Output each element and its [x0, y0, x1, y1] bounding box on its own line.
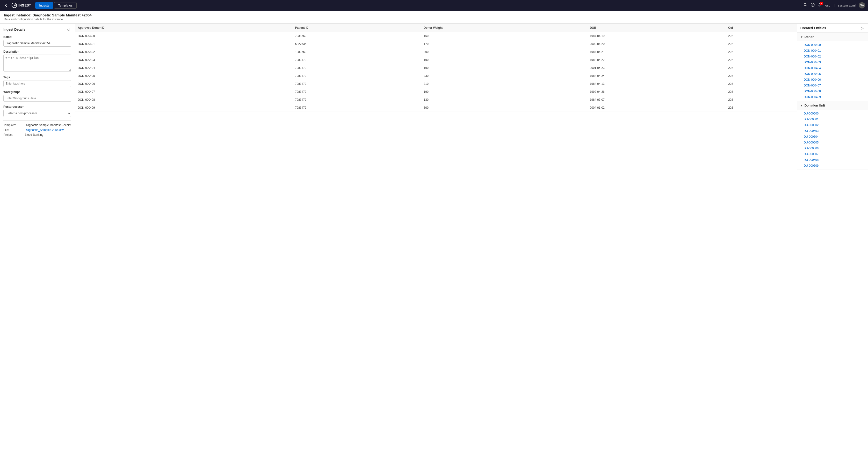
list-item[interactable]: DU-000505	[797, 140, 868, 145]
cell-donor-weight: 210	[421, 80, 587, 88]
tags-input[interactable]	[3, 80, 71, 87]
page-title: Ingest Instance: Diagnostic Sample Manif…	[4, 13, 864, 17]
name-input[interactable]	[3, 40, 71, 46]
list-item[interactable]: DON-000408	[797, 89, 868, 94]
tags-field-group: Tags	[3, 75, 71, 87]
list-item[interactable]: DU-000501	[797, 117, 868, 122]
created-entities-title: Created Entities	[800, 26, 826, 30]
postprocessor-select[interactable]: Select a post-processor	[3, 110, 71, 117]
list-item[interactable]: DU-000504	[797, 134, 868, 140]
list-item[interactable]: DU-000508	[797, 157, 868, 163]
cell-donor-id: DON-000403	[75, 56, 292, 64]
page-subtitle: Data and configuration details for the i…	[4, 18, 864, 21]
back-button[interactable]	[3, 2, 9, 8]
meta-divider	[3, 120, 71, 121]
cell-dob: 2000-06-20	[587, 40, 725, 48]
tab-ingests[interactable]: Ingests	[35, 2, 53, 9]
cell-donor-weight: 200	[421, 48, 587, 56]
cell-dob: 1984-07-07	[587, 96, 725, 104]
cell-col: 202	[725, 32, 797, 40]
entity-list-donation-unit: DU-000500DU-000501DU-000502DU-000503DU-0…	[797, 110, 868, 169]
cell-donor-weight: 170	[421, 40, 587, 48]
list-item[interactable]: DON-000400	[797, 42, 868, 48]
list-item[interactable]: DU-000502	[797, 122, 868, 128]
table-row: DON-000400 7938762 150 1984-04-19 202	[75, 32, 797, 40]
col-patient-id: Patient ID	[292, 24, 421, 32]
template-key: Template:	[3, 124, 23, 127]
cell-dob: 1992-04-26	[587, 88, 725, 96]
list-item[interactable]: DON-000402	[797, 54, 868, 59]
nav-logo: INGEST	[11, 3, 31, 8]
list-item[interactable]: DU-000503	[797, 128, 868, 134]
entity-section-header-donor[interactable]: ▼Donor	[797, 33, 868, 41]
project-key: Project:	[3, 133, 23, 136]
list-item[interactable]: DU-000507	[797, 151, 868, 157]
cell-donor-weight: 190	[421, 88, 587, 96]
cell-donor-weight: 130	[421, 96, 587, 104]
list-item[interactable]: DU-000509	[797, 163, 868, 169]
ingest-logo-icon	[11, 3, 17, 8]
cell-patient-id: 7983472	[292, 104, 421, 112]
nav-right: ? 1 esp | system admin SA	[804, 2, 865, 8]
template-value: Diagnostic Sample Manifest Receipt	[25, 124, 71, 127]
cell-col: 202	[725, 80, 797, 88]
svg-line-2	[806, 5, 807, 6]
notifications-icon[interactable]: 1	[818, 3, 822, 8]
workgroups-input[interactable]	[3, 95, 71, 102]
notification-badge: 1	[820, 2, 823, 5]
search-icon[interactable]	[804, 3, 807, 8]
language-selector[interactable]: esp	[825, 4, 830, 7]
expand-button[interactable]: ▷|	[861, 26, 865, 30]
list-item[interactable]: DU-000500	[797, 110, 868, 117]
user-menu[interactable]: system admin SA	[838, 2, 865, 8]
cell-col: 202	[725, 64, 797, 72]
list-item[interactable]: DON-000409	[797, 94, 868, 100]
list-item[interactable]: DON-000405	[797, 71, 868, 77]
tab-templates[interactable]: Templates	[54, 2, 76, 9]
name-field-group: Name:	[3, 35, 71, 46]
entity-section-header-donation-unit[interactable]: ▼Donation Unit	[797, 101, 868, 110]
help-icon[interactable]: ?	[811, 3, 815, 8]
cell-donor-id: DON-000407	[75, 88, 292, 96]
panel-header: Ingest Details ◁|	[3, 27, 71, 32]
table-header-row: Approved Donor ID Patient ID Donor Weigh…	[75, 24, 797, 32]
entity-section-donor: ▼DonorDON-000400DON-000401DON-000402DON-…	[797, 33, 868, 101]
main-layout: Ingest Details ◁| Name: Description Tags…	[0, 24, 868, 457]
data-table: Approved Donor ID Patient ID Donor Weigh…	[75, 24, 797, 112]
list-item[interactable]: DON-000406	[797, 77, 868, 83]
collapse-button[interactable]: ◁|	[66, 27, 71, 32]
entity-sections: ▼DonorDON-000400DON-000401DON-000402DON-…	[797, 33, 868, 170]
cell-dob: 1988-04-22	[587, 56, 725, 64]
table-row: DON-000403 7983472 190 1988-04-22 202	[75, 56, 797, 64]
list-item[interactable]: DON-000401	[797, 48, 868, 54]
col-col: Col	[725, 24, 797, 32]
left-panel: Ingest Details ◁| Name: Description Tags…	[0, 24, 75, 457]
table-row: DON-000402 1283752 200 1984-04-21 202	[75, 48, 797, 56]
cell-col: 202	[725, 40, 797, 48]
list-item[interactable]: DON-000403	[797, 59, 868, 65]
list-item[interactable]: DON-000404	[797, 65, 868, 71]
col-donor-weight: Donor Weight	[421, 24, 587, 32]
cell-col: 202	[725, 48, 797, 56]
cell-donor-weight: 230	[421, 72, 587, 80]
col-dob: DOB	[587, 24, 725, 32]
cell-donor-id: DON-000405	[75, 72, 292, 80]
entity-section-donation-unit: ▼Donation UnitDU-000500DU-000501DU-00050…	[797, 101, 868, 170]
file-link[interactable]: Diagnostic_Samples-2054.csv	[25, 128, 71, 132]
panel-title: Ingest Details	[3, 28, 25, 31]
description-textarea[interactable]	[3, 55, 71, 71]
meta-grid: Template: Diagnostic Sample Manifest Rec…	[3, 124, 71, 136]
cell-donor-id: DON-000406	[75, 80, 292, 88]
list-item[interactable]: DON-000407	[797, 83, 868, 89]
user-label: system admin	[838, 4, 857, 7]
cell-donor-id: DON-000409	[75, 104, 292, 112]
description-label: Description	[3, 50, 71, 54]
list-item[interactable]: DU-000506	[797, 145, 868, 151]
cell-patient-id: 7983472	[292, 64, 421, 72]
right-panel-header: Created Entities ▷|	[797, 24, 868, 33]
postprocessor-label: Postprocessor	[3, 105, 71, 108]
page-header: Ingest Instance: Diagnostic Sample Manif…	[0, 11, 868, 24]
cell-dob: 2004-01-02	[587, 104, 725, 112]
center-panel: Approved Donor ID Patient ID Donor Weigh…	[75, 24, 797, 457]
entity-list-donor: DON-000400DON-000401DON-000402DON-000403…	[797, 41, 868, 101]
